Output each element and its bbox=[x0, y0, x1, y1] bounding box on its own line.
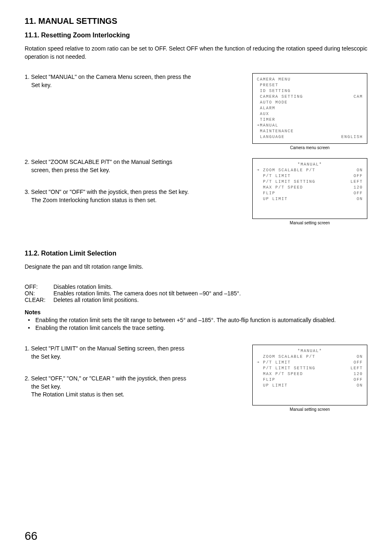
osd-item: UP LIMIT bbox=[257, 196, 288, 202]
step-text: 1. Select "MANUAL" on the Camera Menu sc… bbox=[25, 74, 191, 80]
notes-list: Enabling the rotation limit sets the til… bbox=[25, 316, 367, 332]
step-11-2-2: 2. Select "OFF," "ON," or "CLEAR " with … bbox=[25, 375, 240, 399]
def-label: OFF: bbox=[25, 283, 53, 290]
osd-item: MAINTENANCE bbox=[257, 129, 294, 134]
note-item: Enabling the rotation limit cancels the … bbox=[32, 324, 367, 332]
subsection-11-2-title: 11.2. Rotation Limit Selection bbox=[25, 250, 367, 257]
osd-caption: Manual setting screen bbox=[252, 407, 367, 412]
osd-item: FLIP bbox=[257, 377, 275, 383]
osd-item-selected: ➔ P/T LIMIT bbox=[257, 360, 291, 366]
step-text: the Set key. bbox=[25, 353, 61, 360]
subsection-11-1-title: 11.1. Resetting Zoom Interlocking bbox=[25, 32, 367, 39]
osd-value: ON bbox=[357, 196, 363, 202]
definitions-list: OFF:Disables rotation limits. ON:Enables… bbox=[25, 283, 367, 303]
osd-item: ALARM bbox=[257, 106, 275, 111]
def-text: Disables rotation limits. bbox=[53, 283, 113, 290]
osd-value: ON bbox=[357, 168, 363, 173]
osd-value: OFF bbox=[353, 191, 363, 196]
osd-item: P/T LIMIT SETTING bbox=[257, 179, 316, 185]
intro-11-2: Designate the pan and tilt rotation rang… bbox=[25, 263, 367, 271]
osd-item-selected: ➔ ZOOM SCALABLE P/T bbox=[257, 168, 316, 173]
def-text: Enables rotation limits. The camera does… bbox=[53, 290, 241, 297]
osd-value: OFF bbox=[353, 173, 363, 179]
step-11-1-3: 3. Select "ON" or "OFF" with the joystic… bbox=[25, 188, 240, 204]
osd-item: MAX P/T SPEED bbox=[257, 185, 303, 191]
osd-value: OFF bbox=[353, 377, 363, 383]
osd-camera-menu: CAMERA MENU PRESET ID SETTING CAMERA SET… bbox=[252, 73, 367, 144]
osd-value: ENGLISH bbox=[341, 134, 363, 140]
section-title: 11. MANUAL SETTINGS bbox=[25, 16, 367, 26]
osd-header: *MANUAL* bbox=[257, 162, 363, 168]
step-text: 2. Select "OFF," "ON," or "CLEAR " with … bbox=[25, 375, 186, 382]
osd-manual-1: *MANUAL* ➔ ZOOM SCALABLE P/TON P/T LIMIT… bbox=[252, 158, 367, 219]
osd-value: LEFT bbox=[350, 179, 363, 185]
osd-value: LEFT bbox=[350, 366, 363, 371]
osd-item: MAX P/T SPEED bbox=[257, 371, 303, 377]
notes-heading: Notes bbox=[25, 309, 367, 315]
note-item: Enabling the rotation limit sets the til… bbox=[32, 316, 367, 325]
step-11-1-1: 1. Select "MANUAL" on the Camera Menu sc… bbox=[25, 73, 240, 89]
step-text: The Rotation Limit status is then set. bbox=[25, 391, 124, 398]
osd-value: 120 bbox=[353, 185, 363, 191]
osd-item: CAMERA SETTING bbox=[257, 94, 303, 100]
osd-item: FLIP bbox=[257, 191, 275, 196]
step-text: Set key. bbox=[25, 82, 52, 88]
osd-item: UP LIMIT bbox=[257, 383, 288, 389]
osd-value: OFF bbox=[353, 360, 363, 366]
step-text: The Zoom Interlocking function status is… bbox=[25, 197, 157, 203]
osd-item: ZOOM SCALABLE P/T bbox=[257, 354, 316, 360]
def-label: CLEAR: bbox=[25, 297, 53, 303]
step-11-2-1: 1. Select "P/T LIMIT" on the Manual Sett… bbox=[25, 345, 240, 361]
step-text: the Set key. bbox=[25, 383, 61, 390]
def-label: ON: bbox=[25, 290, 53, 297]
step-text: 3. Select "ON" or "OFF" with the joystic… bbox=[25, 189, 189, 195]
osd-item-selected: ➔MANUAL bbox=[257, 123, 279, 129]
step-text: screen, then press the Set key. bbox=[25, 167, 110, 173]
intro-11-1: Rotation speed relative to zoom ratio ca… bbox=[25, 45, 367, 61]
osd-caption: Camera menu screen bbox=[252, 145, 367, 150]
osd-value: ON bbox=[357, 354, 363, 360]
osd-value: CAM bbox=[353, 94, 363, 100]
step-text: 1. Select "P/T LIMIT" on the Manual Sett… bbox=[25, 345, 184, 352]
osd-value: 120 bbox=[353, 371, 363, 377]
osd-item: AUTO MODE bbox=[257, 100, 288, 106]
osd-item: AUX bbox=[257, 111, 269, 117]
page-number: 66 bbox=[25, 530, 37, 543]
osd-item: LANGUAGE bbox=[257, 134, 285, 140]
osd-item: P/T LIMIT bbox=[257, 173, 291, 179]
osd-value: ON bbox=[357, 383, 363, 389]
def-text: Deletes all rotation limit positions. bbox=[53, 297, 139, 303]
osd-item: ID SETTING bbox=[257, 88, 291, 94]
osd-item: P/T LIMIT SETTING bbox=[257, 366, 316, 371]
step-text: 2. Select "ZOOM SCALABLE P/T" on the Man… bbox=[25, 159, 172, 165]
osd-header: CAMERA MENU bbox=[257, 77, 291, 83]
osd-item: PRESET bbox=[257, 83, 279, 88]
osd-caption: Manual setting screen bbox=[252, 221, 367, 225]
osd-item: TIMER bbox=[257, 117, 275, 123]
step-11-1-2: 2. Select "ZOOM SCALABLE P/T" on the Man… bbox=[25, 158, 240, 174]
osd-header: *MANUAL* bbox=[257, 348, 363, 354]
osd-manual-2: *MANUAL* ZOOM SCALABLE P/TON ➔ P/T LIMIT… bbox=[252, 345, 367, 405]
